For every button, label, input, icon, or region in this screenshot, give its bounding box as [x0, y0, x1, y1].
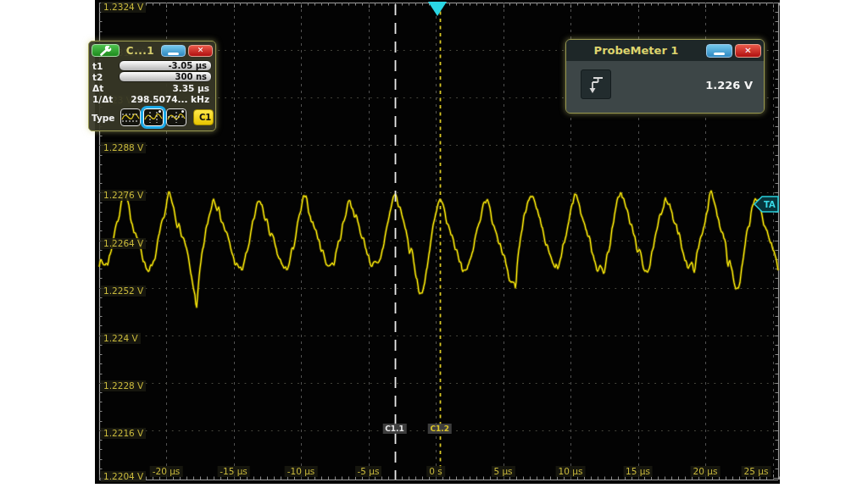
probemeter-window: ProbeMeter 1 ✕ 1.226 V: [565, 39, 765, 114]
x-axis-tick-label: 25 µs: [742, 466, 771, 477]
cursor-source-button[interactable]: C1: [193, 109, 214, 125]
probemeter-close-button[interactable]: ✕: [735, 44, 761, 58]
cursor-type-row: Type C1: [92, 108, 213, 126]
y-axis-tick-label: 1.2288 V: [101, 142, 146, 153]
x-axis-tick-label: -20 µs: [150, 466, 183, 477]
close-icon: ✕: [744, 46, 751, 55]
cursor-t2-row: t2 300 ns: [92, 71, 212, 82]
y-axis-tick-label: 1.2276 V: [101, 190, 146, 201]
y-axis-tick-label: 1.224 V: [101, 333, 141, 344]
trigger-tag-label: TA: [764, 200, 776, 209]
cursor-window-close-button[interactable]: ✕: [188, 45, 213, 57]
probemeter-titlebar[interactable]: ProbeMeter 1 ✕: [566, 40, 764, 61]
cursor-results-window: C...1 ✕ t1 -3.05 µs t2 300 ns Δt 3.35 µs…: [88, 41, 216, 131]
cursor-settings-button[interactable]: [92, 44, 120, 57]
y-axis-tick-label: 1.2252 V: [101, 286, 146, 297]
inverse-delta-t-value: 298.5074... kHz: [119, 94, 212, 104]
y-axis-tick-label: 1.2216 V: [101, 428, 146, 439]
wrench-icon: [99, 46, 113, 56]
y-axis-tick-label: 1.2228 V: [101, 380, 146, 391]
x-axis-tick-label: 10 µs: [556, 466, 586, 477]
cursor-type-both-button[interactable]: [166, 108, 186, 126]
vertical-cursors-type-icon: [144, 111, 163, 124]
both-cursors-type-icon: [167, 111, 186, 124]
trigger-level-marker[interactable]: TA: [754, 196, 780, 214]
horizontal-cursors-type-icon: [121, 111, 140, 124]
x-axis-tick-label: 15 µs: [623, 466, 653, 477]
t1-label: t1: [92, 61, 119, 71]
probemeter-title: ProbeMeter 1: [569, 44, 704, 57]
t1-value-field[interactable]: -3.05 µs: [119, 60, 212, 71]
close-icon: ✕: [198, 46, 204, 54]
cursor-type-horizontal-button[interactable]: [120, 108, 141, 126]
probe-ground-icon: [587, 75, 605, 95]
cursor-type-vertical-button[interactable]: [143, 108, 164, 126]
delta-t-label: Δt: [92, 83, 119, 93]
x-axis-tick-label: 5 µs: [491, 466, 515, 477]
y-axis-tick-label: 1.2324 V: [101, 2, 146, 13]
minimize-icon: [168, 53, 179, 55]
cursor-delta-t-row: Δt 3.35 µs: [92, 82, 212, 93]
probemeter-value: 1.226 V: [705, 79, 753, 92]
y-axis-tick-label: 1.2204 V: [101, 471, 146, 482]
cursor-window-title: C...1: [122, 45, 159, 57]
minimize-icon: [714, 53, 725, 55]
cursor-inverse-delta-t-row: 1/Δt 298.5074... kHz: [92, 93, 212, 104]
inverse-delta-t-label: 1/Δt: [92, 94, 119, 104]
cursor2-label-badge[interactable]: C1.2: [427, 424, 452, 434]
option-dot-icon: [181, 110, 184, 113]
y-axis-tick-label: 1.2264 V: [101, 238, 146, 249]
probemeter-minimize-button[interactable]: [706, 44, 732, 58]
probemeter-probe-button[interactable]: [581, 69, 611, 99]
delta-t-value: 3.35 µs: [119, 83, 212, 93]
option-dot-icon: [159, 110, 161, 113]
cursor-window-titlebar[interactable]: C...1 ✕: [92, 43, 213, 58]
type-label: Type: [92, 113, 118, 123]
probemeter-body: 1.226 V: [566, 61, 764, 113]
t2-value-field[interactable]: 300 ns: [119, 71, 212, 82]
x-axis-tick-label: -5 µs: [355, 466, 382, 477]
x-axis-tick-label: -10 µs: [285, 466, 318, 477]
cursor1-label-badge[interactable]: C1.1: [382, 424, 407, 434]
x-axis-tick-label: 20 µs: [691, 466, 721, 477]
cursor-window-minimize-button[interactable]: [161, 45, 186, 57]
trigger-position-marker[interactable]: [428, 2, 447, 16]
cursor-t1-row: t1 -3.05 µs: [92, 60, 212, 71]
x-axis-tick-label: 0 s: [426, 466, 445, 477]
x-axis-tick-label: -15 µs: [217, 466, 250, 477]
t2-label: t2: [92, 72, 119, 82]
